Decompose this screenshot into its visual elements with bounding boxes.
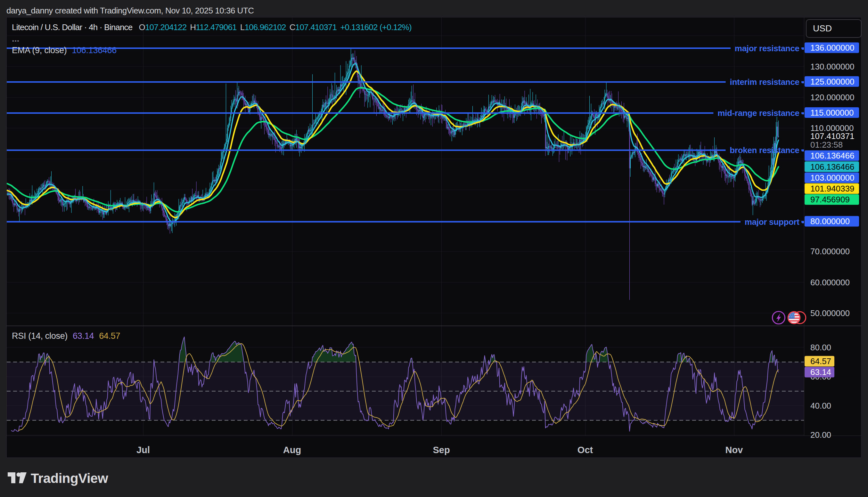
svg-text:97.456909: 97.456909 <box>810 195 850 204</box>
svg-text:Jul: Jul <box>137 445 150 455</box>
svg-text:Nov: Nov <box>725 445 743 455</box>
svg-text:Oct: Oct <box>578 445 593 455</box>
svg-text:120.000000: 120.000000 <box>810 93 854 102</box>
svg-text:major resistance -: major resistance - <box>735 44 804 53</box>
svg-text:115.000000: 115.000000 <box>810 108 854 117</box>
svg-text:107.410371: 107.410371 <box>810 131 854 141</box>
svg-text:Aug: Aug <box>283 445 301 455</box>
svg-text:...: ... <box>12 34 19 44</box>
svg-text:Litecoin / U.S. Dollar · 4h ·: Litecoin / U.S. Dollar · 4h · BinanceO10… <box>12 23 412 32</box>
svg-text:80.000000: 80.000000 <box>810 216 850 226</box>
svg-text:50.000000: 50.000000 <box>810 308 850 318</box>
svg-text:major support -: major support - <box>745 217 804 227</box>
svg-text:interim resistance -: interim resistance - <box>730 77 804 87</box>
svg-text:130.000000: 130.000000 <box>810 62 854 71</box>
svg-text:70.000000: 70.000000 <box>810 246 850 256</box>
svg-text:USD: USD <box>813 23 832 33</box>
svg-text:80.00: 80.00 <box>810 343 831 352</box>
svg-text:Sep: Sep <box>433 445 450 455</box>
svg-text:136.000000: 136.000000 <box>810 43 854 53</box>
svg-text:TradingView: TradingView <box>31 471 108 486</box>
svg-text:101.940339: 101.940339 <box>810 184 854 194</box>
svg-text:103.000000: 103.000000 <box>810 173 854 183</box>
svg-text:63.14: 63.14 <box>810 367 831 377</box>
svg-text:mid-range resistance -: mid-range resistance - <box>717 108 804 118</box>
svg-text:106.136466: 106.136466 <box>810 162 854 172</box>
svg-text:RSI (14, close)63.1464.57: RSI (14, close)63.1464.57 <box>12 331 120 341</box>
svg-text:40.00: 40.00 <box>810 401 831 411</box>
svg-text:20.00: 20.00 <box>810 430 831 440</box>
svg-text:64.57: 64.57 <box>810 356 831 366</box>
svg-text:broken resistance -: broken resistance - <box>730 145 804 155</box>
svg-text:EMA (9, close)106.136466: EMA (9, close)106.136466 <box>12 45 117 55</box>
svg-text:106.136466: 106.136466 <box>810 151 854 160</box>
svg-text:darya_danny created with Tradi: darya_danny created with TradingView.com… <box>6 6 254 15</box>
svg-text:60.000000: 60.000000 <box>810 278 850 287</box>
svg-text:125.000000: 125.000000 <box>810 77 854 86</box>
svg-text:01:23:58: 01:23:58 <box>810 140 843 150</box>
